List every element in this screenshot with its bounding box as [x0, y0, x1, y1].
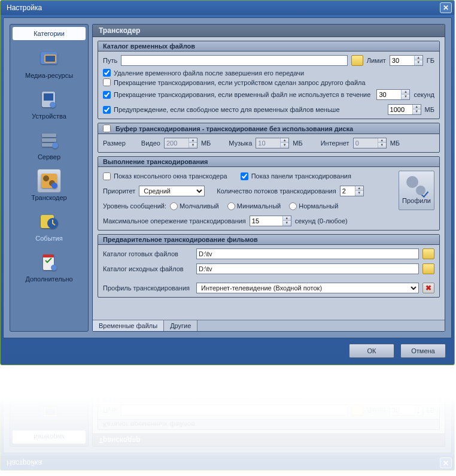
dialog-body: Категории Медиа-ресурсы Устройства Серве… — [3, 363, 452, 453]
mb1: МБ — [201, 140, 211, 147]
svg-point-11 — [43, 175, 49, 181]
close-icon[interactable]: ✕ — [440, 2, 452, 13]
priority-select[interactable]: Средний — [139, 186, 205, 196]
sidebar-item-events[interactable]: События — [10, 205, 88, 246]
chk-stop-other-request[interactable]: Прекращение транскодирования, если устро… — [103, 384, 434, 392]
sidebar-item-server[interactable]: Сервер — [10, 124, 88, 165]
path-input[interactable] — [121, 55, 348, 66]
chk-panel[interactable]: Показ панели транскодирования — [241, 172, 351, 180]
chk-console[interactable]: Показ консольного окна транскодера — [103, 172, 227, 180]
dialog-body: Категории Медиа-ресурсы Устройства Серве… — [3, 17, 452, 338]
chk-delete-temp[interactable]: Удаление временного файла после завершен… — [103, 394, 434, 402]
path-label: Путь — [103, 57, 117, 64]
media-icon — [37, 47, 61, 71]
transcoder-icon — [37, 169, 61, 193]
sidebar-item-media[interactable]: Медиа-ресурсы — [10, 387, 88, 428]
svg-rect-7 — [42, 138, 56, 142]
sidebar-item-additional[interactable]: Дополнительно — [10, 246, 88, 287]
limit-label: Лимит — [367, 407, 386, 414]
path-input[interactable] — [121, 405, 348, 416]
svg-point-9 — [52, 143, 58, 148]
title-bar: Настройка ✕ — [1, 1, 454, 15]
devices-icon — [37, 87, 61, 111]
radio-minimal[interactable]: Минимальный — [227, 202, 281, 210]
main-title: Транскодер — [93, 25, 445, 37]
cancel-button[interactable]: Отмена — [400, 344, 446, 358]
browse-in-folder-icon[interactable] — [422, 263, 434, 274]
chk-stop-idle[interactable]: Прекращение транскодирования, если време… — [103, 372, 373, 380]
group-header-temp: Каталог временных файлов — [98, 419, 439, 429]
svg-rect-23 — [44, 370, 53, 377]
limit-label: Лимит — [367, 57, 386, 64]
svg-rect-17 — [43, 254, 54, 257]
in-folder-input[interactable] — [196, 263, 419, 274]
idle-unit: секунд — [414, 91, 434, 98]
threads-stepper[interactable]: ▲▼ — [340, 186, 364, 196]
radio-silent[interactable]: Молчаливый — [170, 202, 219, 210]
chk-delete-temp[interactable]: Удаление временного файла после завершен… — [103, 69, 434, 77]
chk-warn-space[interactable]: Предупреждение, если свободное место для… — [103, 106, 384, 114]
tab-temp-files[interactable]: Временные файлы — [93, 320, 164, 331]
group-header-temp: Каталог временных файлов — [98, 41, 439, 51]
group-execution: Выполнение транскодирования Показ консол… — [98, 156, 440, 231]
sidebar-item-transcoder[interactable]: Транскодер — [10, 165, 88, 205]
group-pretranscode: Предварительное транскодирование фильмов… — [98, 234, 440, 298]
ok-button[interactable]: ОК — [349, 344, 394, 358]
media-icon — [37, 400, 61, 424]
browse-out-folder-icon[interactable] — [422, 248, 434, 259]
idle-stepper[interactable]: ▲▼ — [376, 371, 410, 381]
group-header-buffer[interactable]: Буфер транскодирования - транскодировани… — [98, 123, 439, 134]
profile-select[interactable]: Интернет-телевидение (Входной поток) — [196, 283, 419, 293]
browse-folder-icon[interactable] — [351, 55, 363, 66]
category-sidebar: Категории Медиа-ресурсы Устройства Серве… — [10, 24, 89, 332]
svg-point-5 — [50, 102, 56, 108]
settings-window: Настройка ✕ Категории Медиа-ресурсы Устр… — [0, 0, 455, 365]
buffer-size-label: Размер — [103, 140, 126, 147]
threads-label: Количество потоков транскодирования — [217, 187, 336, 195]
main-panel: Транскодер Каталог временных файлов Путь… — [92, 363, 445, 447]
sidebar-header: Категории — [13, 27, 86, 40]
browse-folder-icon[interactable] — [351, 405, 363, 416]
sidebar-label: Медиа-ресурсы — [11, 72, 87, 79]
bottom-tabs: Временные файлы Другие — [93, 320, 445, 331]
close-icon[interactable]: ✕ — [440, 457, 452, 468]
warn-unit: МБ — [425, 106, 434, 113]
sidebar-label: События — [11, 235, 87, 242]
svg-rect-21 — [45, 409, 55, 415]
chk-stop-other-request[interactable]: Прекращение транскодирования, если устро… — [103, 78, 434, 86]
svg-rect-19 — [41, 407, 57, 419]
events-icon — [37, 210, 61, 234]
tab-other[interactable]: Другие — [164, 320, 197, 331]
profile-label: Профиль транскодирования — [103, 284, 193, 292]
delete-profile-icon[interactable]: ✖ — [422, 283, 434, 293]
lead-stepper[interactable]: ▲▼ — [250, 216, 291, 226]
limit-stepper[interactable]: ▲▼ — [390, 55, 423, 66]
svg-rect-2 — [45, 56, 55, 62]
profiles-button[interactable]: Профили — [399, 171, 434, 210]
verbose-label: Уровень сообщений: — [103, 202, 166, 210]
warn-stepper[interactable]: ▲▼ — [388, 104, 421, 115]
music-stepper: ▲▼ — [256, 138, 289, 148]
sidebar-header: Категории — [13, 430, 86, 444]
out-folder-label: Каталог готовых файлов — [103, 250, 193, 257]
svg-rect-22 — [42, 363, 55, 379]
sidebar-item-devices[interactable]: Устройства — [10, 363, 88, 387]
group-temp-files: Каталог временных файлов Путь Лимит ▲▼ Г… — [98, 41, 440, 119]
lead-label: Максимальное опережение транскодирования — [103, 217, 246, 225]
settings-window: Настройка ✕ Категории Медиа-ресурсы Устр… — [0, 363, 455, 471]
dialog-buttons: ОК Отмена — [1, 341, 454, 365]
group-buffer: Буфер транскодирования - транскодировани… — [98, 123, 440, 153]
priority-label: Приоритет — [103, 187, 135, 195]
svg-rect-4 — [44, 93, 53, 101]
radio-normal[interactable]: Нормальный — [289, 202, 338, 210]
internet-label: Интернет — [321, 140, 349, 147]
idle-stepper[interactable]: ▲▼ — [376, 89, 410, 100]
sidebar-label: Медиа-ресурсы — [11, 392, 87, 399]
sidebar-item-media[interactable]: Медиа-ресурсы — [10, 43, 88, 83]
chk-stop-idle[interactable]: Прекращение транскодирования, если време… — [103, 91, 373, 99]
group-header-pretrans: Предварительное транскодирование фильмов — [98, 235, 439, 245]
limit-stepper[interactable]: ▲▼ — [390, 405, 423, 416]
sidebar-item-devices[interactable]: Устройства — [10, 83, 88, 124]
out-folder-input[interactable] — [196, 248, 419, 259]
devices-icon — [37, 363, 61, 383]
